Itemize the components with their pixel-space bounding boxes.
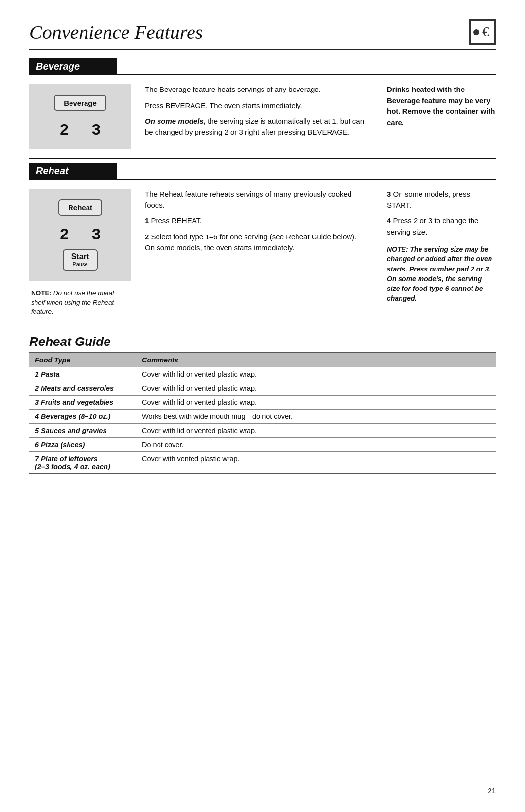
start-button[interactable]: Start Pause bbox=[63, 249, 98, 271]
comment-cell: Cover with lid or vented plastic wrap. bbox=[136, 424, 496, 438]
reheat-content: Reheat 2 3 Start Pause NOTE: Do not use … bbox=[29, 180, 496, 325]
table-header-food: Food Type bbox=[29, 353, 136, 367]
reheat-button[interactable]: Reheat bbox=[58, 199, 102, 216]
comment-cell: Cover with lid or vented plastic wrap. bbox=[136, 396, 496, 410]
svg-text:€: € bbox=[482, 24, 489, 39]
beverage-right-panel: Drinks heated with the Beverage feature … bbox=[379, 84, 496, 149]
beverage-num-3: 3 bbox=[92, 121, 101, 139]
comment-cell: Cover with lid or vented plastic wrap. bbox=[136, 367, 496, 381]
reheat-right-panel: 3 On some models, press START. 4 Press 2… bbox=[379, 189, 496, 317]
reheat-note: NOTE: Do not use the metal shelf when us… bbox=[29, 285, 131, 317]
food-type-cell: 3 Fruits and vegetables bbox=[29, 396, 136, 410]
comment-cell: Do not cover. bbox=[136, 438, 496, 452]
beverage-section-header: Beverage bbox=[29, 58, 496, 75]
table-row: 5 Sauces and graviesCover with lid or ve… bbox=[29, 424, 496, 438]
table-row: 2 Meats and casserolesCover with lid or … bbox=[29, 381, 496, 396]
comment-cell: Cover with lid or vented plastic wrap. bbox=[136, 381, 496, 396]
reheat-section: Reheat Reheat 2 3 Start Pause NOTE: bbox=[29, 163, 496, 325]
table-row: 3 Fruits and vegetablesCover with lid or… bbox=[29, 396, 496, 410]
reheat-left-panel: Reheat 2 3 Start Pause bbox=[29, 189, 131, 281]
reheat-text-1: The Reheat feature reheats servings of m… bbox=[145, 189, 366, 211]
beverage-num-2: 2 bbox=[60, 121, 69, 139]
beverage-button[interactable]: Beverage bbox=[54, 95, 106, 111]
beverage-label: Beverage bbox=[29, 58, 117, 74]
reheat-num-2: 2 bbox=[60, 225, 69, 243]
comment-cell: Works best with wide mouth mug—do not co… bbox=[136, 410, 496, 424]
page-header: Convenience Features € bbox=[29, 19, 496, 50]
beverage-numbers: 2 3 bbox=[60, 121, 101, 139]
svg-point-1 bbox=[473, 29, 479, 35]
table-row: 6 Pizza (slices)Do not cover. bbox=[29, 438, 496, 452]
reheat-numbers: 2 3 bbox=[60, 225, 101, 243]
reheat-right-step-4: 4 Press 2 or 3 to change the serving siz… bbox=[387, 216, 496, 237]
page-number: 21 bbox=[488, 786, 496, 794]
table-row: 7 Plate of leftovers (2–3 foods, 4 oz. e… bbox=[29, 452, 496, 474]
reheat-guide-table: Food Type Comments 1 PastaCover with lid… bbox=[29, 352, 496, 474]
reheat-guide-title: Reheat Guide bbox=[29, 334, 496, 349]
food-type-cell: 6 Pizza (slices) bbox=[29, 438, 136, 452]
start-label: Start bbox=[71, 252, 89, 261]
table-row: 1 PastaCover with lid or vented plastic … bbox=[29, 367, 496, 381]
pause-label: Pause bbox=[72, 261, 88, 268]
reheat-middle-panel: The Reheat feature reheats servings of m… bbox=[131, 189, 379, 317]
beverage-text-2: Press BEVERAGE. The oven starts immediat… bbox=[145, 100, 366, 111]
reheat-right-note: NOTE: The serving size may be changed or… bbox=[387, 244, 496, 304]
page-title: Convenience Features bbox=[29, 21, 203, 44]
beverage-warning: Drinks heated with the Beverage feature … bbox=[387, 84, 496, 128]
beverage-left-panel: Beverage 2 3 bbox=[29, 84, 131, 149]
note-bold: NOTE: bbox=[31, 289, 52, 297]
reheat-num-3: 3 bbox=[92, 225, 101, 243]
reheat-step-1: 1 Press REHEAT. bbox=[145, 216, 366, 227]
food-type-cell: 2 Meats and casseroles bbox=[29, 381, 136, 396]
header-icon: € bbox=[469, 19, 496, 45]
reheat-step-2: 2 Select food type 1–6 for one serving (… bbox=[145, 232, 366, 253]
table-row: 4 Beverages (8–10 oz.)Works best with wi… bbox=[29, 410, 496, 424]
reheat-label: Reheat bbox=[29, 163, 117, 179]
comment-cell: Cover with vented plastic wrap. bbox=[136, 452, 496, 474]
food-type-cell: 4 Beverages (8–10 oz.) bbox=[29, 410, 136, 424]
reheat-section-header: Reheat bbox=[29, 163, 496, 180]
beverage-text-1: The Beverage feature heats servings of a… bbox=[145, 84, 366, 95]
food-type-cell: 5 Sauces and gravies bbox=[29, 424, 136, 438]
reheat-right-step-3: 3 On some models, press START. bbox=[387, 189, 496, 211]
beverage-middle-panel: The Beverage feature heats servings of a… bbox=[131, 84, 379, 149]
food-type-cell: 7 Plate of leftovers (2–3 foods, 4 oz. e… bbox=[29, 452, 136, 474]
food-type-cell: 1 Pasta bbox=[29, 367, 136, 381]
beverage-content: Beverage 2 3 The Beverage feature heats … bbox=[29, 75, 496, 158]
table-header-comments: Comments bbox=[136, 353, 496, 367]
section-divider-1 bbox=[29, 158, 496, 159]
beverage-text-3: On some models, the serving size is auto… bbox=[145, 116, 366, 138]
reheat-left-col: Reheat 2 3 Start Pause NOTE: Do not use … bbox=[29, 189, 131, 317]
